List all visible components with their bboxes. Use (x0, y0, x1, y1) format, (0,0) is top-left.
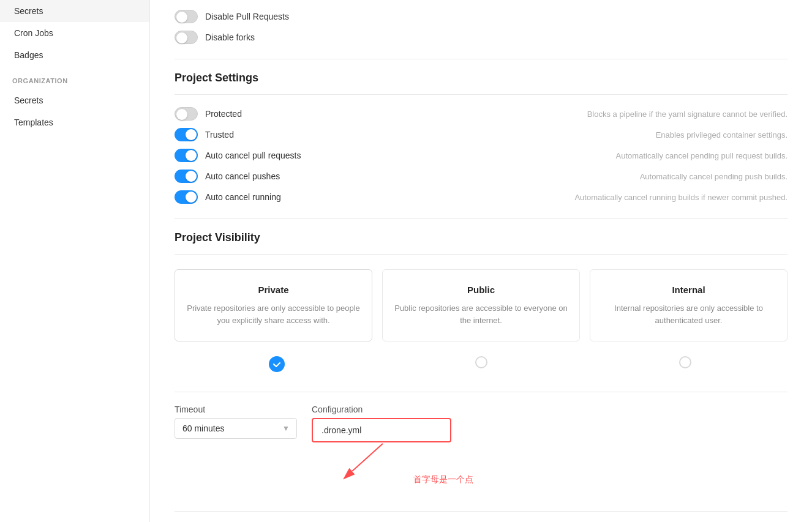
public-radio[interactable] (475, 356, 487, 368)
auto-cancel-running-row: Auto cancel running Automatically cancel… (175, 190, 788, 204)
trusted-toggle[interactable] (175, 128, 198, 141)
disable-pull-requests-toggle[interactable] (175, 10, 198, 23)
visibility-card-public[interactable]: Public Public repositories are accessibl… (382, 269, 580, 341)
auto-cancel-pull-requests-description: Automatically cancel pending pull reques… (616, 151, 788, 160)
auto-cancel-pushes-label: Auto cancel pushes (205, 171, 280, 181)
sidebar-item-secrets-top[interactable]: Secrets (0, 0, 149, 22)
auto-cancel-pushes-row: Auto cancel pushes Automatically cancel … (175, 170, 788, 183)
project-settings-section: Project Settings Protected Blocks a pipe… (175, 72, 788, 204)
disable-forks-toggle[interactable] (175, 31, 198, 44)
radio-public-container (379, 351, 584, 377)
internal-card-desc: Internal repositories are only accessibl… (600, 302, 777, 326)
disable-pull-requests-row: Disable Pull Requests (175, 10, 788, 23)
timeout-group: Timeout 30 minutes 60 minutes 90 minutes… (175, 405, 297, 439)
trusted-row: Trusted Enables privileged container set… (175, 128, 788, 141)
private-card-title: Private (185, 285, 362, 295)
auto-cancel-pushes-description: Automatically cancel pending push builds… (640, 172, 788, 181)
disable-forks-label: Disable forks (205, 32, 255, 42)
annotation-area: 首字母是一个点 (175, 450, 788, 505)
org-section-label: ORGANIZATION (0, 66, 149, 89)
auto-cancel-running-label: Auto cancel running (205, 192, 281, 202)
visibility-card-private[interactable]: Private Private repositories are only ac… (175, 269, 372, 341)
sidebar-item-badges[interactable]: Badges (0, 44, 149, 66)
auto-cancel-running-toggle[interactable] (175, 190, 198, 204)
sidebar: SecretsCron JobsBadges ORGANIZATION Secr… (0, 0, 150, 522)
auto-cancel-pull-requests-label: Auto cancel pull requests (205, 151, 301, 160)
protected-row: Protected Blocks a pipeline if the yaml … (175, 107, 788, 121)
private-selected-icon[interactable] (269, 356, 285, 372)
internal-radio[interactable] (679, 356, 691, 368)
svg-line-1 (352, 444, 383, 471)
auto-cancel-running-description: Automatically cancel running builds if n… (574, 193, 788, 202)
sidebar-item-secrets-org[interactable]: Secrets (0, 89, 149, 111)
radio-internal-container (583, 351, 788, 377)
visibility-cards: Private Private repositories are only ac… (175, 269, 788, 341)
timeout-select[interactable]: 30 minutes 60 minutes 90 minutes 120 min… (175, 418, 297, 439)
public-card-desc: Public repositories are accessible to ev… (393, 302, 570, 326)
trusted-description: Enables privileged container settings. (656, 130, 788, 140)
auto-cancel-pull-requests-toggle[interactable] (175, 149, 198, 162)
protected-description: Blocks a pipeline if the yaml signature … (587, 110, 788, 119)
buttons-row: SAVE CHANGES ⊘ DISABLE (175, 511, 788, 522)
timeout-label: Timeout (175, 405, 297, 414)
project-visibility-title: Project Visibility (175, 231, 788, 244)
annotation-text: 首字母是一个点 (413, 474, 473, 485)
auto-cancel-pull-requests-row: Auto cancel pull requests Automatically … (175, 149, 788, 162)
radio-private-container (175, 351, 379, 377)
project-visibility-section: Project Visibility Private Private repos… (175, 231, 788, 377)
disable-pull-requests-label: Disable Pull Requests (205, 12, 289, 21)
project-settings-title: Project Settings (175, 72, 788, 84)
internal-card-title: Internal (600, 285, 777, 295)
visibility-card-internal[interactable]: Internal Internal repositories are only … (590, 269, 788, 341)
trusted-label: Trusted (205, 130, 234, 140)
sidebar-item-templates[interactable]: Templates (0, 111, 149, 133)
private-card-desc: Private repositories are only accessible… (185, 302, 362, 326)
protected-toggle[interactable] (175, 107, 198, 121)
radio-row (175, 351, 788, 377)
configuration-label: Configuration (312, 405, 451, 414)
public-card-title: Public (393, 285, 570, 295)
content-wrapper: Disable Pull Requests Disable forks Proj… (150, 0, 812, 522)
auto-cancel-pushes-toggle[interactable] (175, 170, 198, 183)
project-webhooks-section: Disable Pull Requests Disable forks (175, 0, 788, 44)
sidebar-item-cron-jobs[interactable]: Cron Jobs (0, 22, 149, 44)
protected-label: Protected (205, 109, 242, 119)
disable-forks-row: Disable forks (175, 31, 788, 44)
main-content: Disable Pull Requests Disable forks Proj… (150, 0, 812, 522)
timeout-select-wrapper: 30 minutes 60 minutes 90 minutes 120 min… (175, 418, 297, 439)
